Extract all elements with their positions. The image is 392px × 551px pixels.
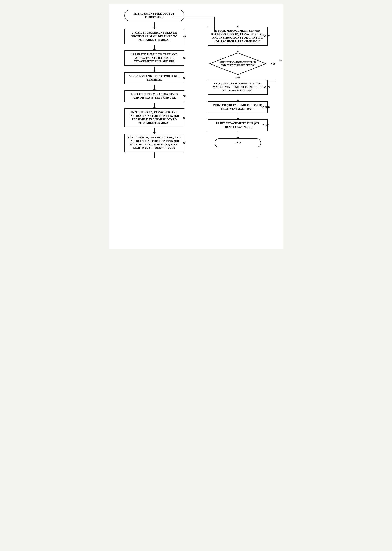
s5-wrapper: INPUT USER ID, PASSWORD, AND INSTRUCTION…: [124, 108, 184, 127]
arrow-s1-s2: [154, 45, 154, 50]
s5-node: INPUT USER ID, PASSWORD, AND INSTRUCTION…: [124, 108, 184, 127]
start-node-wrapper: ATTACHMENT FILE OUTPUT PROCESSING: [124, 10, 184, 21]
s11-wrapper: PRINT ATTACHMENT FILE (OR TRSMIT FACSIMI…: [208, 119, 268, 131]
s3-wrapper: SEND TEXT AND URL TO PORTABLE TERMINAL S…: [124, 72, 184, 84]
s4-wrapper: PORTABLE TERMINAL RECEIVES AND DISPLAYS …: [124, 90, 184, 102]
s1-label: E-MAIL MANAGEMENT SERVER RECEIVES E-MAIL…: [131, 31, 177, 41]
s6-label: SEND USER ID, PASSWORD, URL, AND INSTRUC…: [128, 136, 181, 150]
s8-step: ↗ S8: [270, 62, 275, 65]
s9-node: CONVERT ATTACHMENT FILE TO IMAGE DATA, S…: [208, 80, 268, 95]
arrow-s3-s4: [154, 85, 154, 89]
s9-wrapper: CONVERT ATTACHMENT FILE TO IMAGE DATA, S…: [208, 80, 268, 95]
s1-step: S1: [183, 35, 186, 38]
s2-label: SEPARATE E-MAIL TO TEXT AND ATTACHMENT F…: [131, 53, 177, 63]
s9-label: CONVERT ATTACHMENT FILE TO IMAGE DATA, S…: [212, 82, 264, 92]
right-column: E-MAIL MANAGEMENT SERVER RECEIVES USER I…: [196, 19, 280, 147]
s1-wrapper: E-MAIL MANAGEMENT SERVER RECEIVES E-MAIL…: [124, 29, 184, 44]
s7-step: ↗ S7: [263, 34, 270, 38]
s6-horiz-line: [154, 158, 256, 158]
s4-label: PORTABLE TERMINAL RECEIVES AND DISPLAYS …: [131, 93, 178, 99]
s7-node: E-MAIL MANAGEMENT SERVER RECEIVES USER I…: [208, 27, 268, 46]
start-node: ATTACHMENT FILE OUTPUT PROCESSING: [124, 10, 184, 21]
diagram-container: ATTACHMENT FILE OUTPUT PROCESSING E-MAIL…: [109, 4, 283, 249]
s5-step: S5: [183, 116, 186, 119]
s1-node: E-MAIL MANAGEMENT SERVER RECEIVES E-MAIL…: [124, 29, 184, 44]
top-horiz-connector: [173, 17, 215, 17]
s11-step: ↗ S11: [262, 123, 270, 127]
s9-step: ↗ S9: [263, 86, 270, 89]
s6-step: S6: [183, 141, 186, 145]
s11-node: PRINT ATTACHMENT FILE (OR TRSMIT FACSIMI…: [208, 119, 268, 131]
top-right-vertical: [214, 17, 215, 32]
s7-label: E-MAIL MANAGEMENT SERVER RECEIVES USER I…: [211, 29, 264, 43]
s10-label: PRINTER (OR FACSIMILE SERVER) RECEIVES I…: [213, 104, 262, 110]
s2-node: SEPARATE E-MAIL TO TEXT AND ATTACHMENT F…: [124, 51, 184, 66]
arrow-s7-s8: [238, 46, 238, 51]
arrow-s4-s5: [154, 103, 154, 108]
s3-node: SEND TEXT AND URL TO PORTABLE TERMINAL: [124, 72, 184, 84]
s4-node: PORTABLE TERMINAL RECEIVES AND DISPLAYS …: [124, 90, 184, 102]
s10-node: PRINTER (OR FACSIMILE SERVER) RECEIVES I…: [208, 101, 268, 113]
s7-wrapper: E-MAIL MANAGEMENT SERVER RECEIVES USER I…: [208, 27, 268, 46]
arrow-s11-end: [238, 132, 238, 138]
s8-wrapper: AUTHENTICATION OF USER ID AND PASSWORD S…: [209, 52, 267, 75]
s5-label: INPUT USER ID, PASSWORD, AND INSTRUCTION…: [129, 111, 179, 124]
end-node: END: [215, 138, 261, 147]
s2-step: S2: [183, 57, 186, 60]
s2-wrapper: SEPARATE E-MAIL TO TEXT AND ATTACHMENT F…: [124, 51, 184, 66]
s8-yes-label: ↓Yes: [235, 76, 240, 79]
left-column: ATTACHMENT FILE OUTPUT PROCESSING E-MAIL…: [113, 10, 196, 158]
arrow-s5-s6: [154, 128, 154, 133]
s10-wrapper: PRINTER (OR FACSIMILE SERVER) RECEIVES I…: [208, 101, 268, 113]
arrow-s9-s10: [238, 95, 238, 100]
bottom-connector-area: [124, 152, 184, 158]
arrow-start-s1: [154, 22, 154, 28]
end-node-wrapper: END: [215, 138, 261, 147]
arrow-top-s7: [238, 20, 238, 26]
s4-step: S4: [183, 94, 186, 98]
end-node-label: END: [235, 141, 241, 144]
s3-label: SEND TEXT AND URL TO PORTABLE TERMINAL: [129, 75, 180, 81]
s11-label: PRINT ATTACHMENT FILE (OR TRSMIT FACSIMI…: [216, 122, 259, 128]
no-horiz-line: [266, 81, 276, 81]
s8-text: AUTHENTICATION OF USER ID AND PASSWORD S…: [218, 61, 257, 67]
s3-step: S3: [183, 76, 186, 80]
diagram-wrapper: ATTACHMENT FILE OUTPUT PROCESSING E-MAIL…: [113, 10, 280, 158]
s6-bottom-line: [154, 152, 155, 158]
start-node-label: ATTACHMENT FILE OUTPUT PROCESSING: [134, 12, 175, 19]
s8-no-label: No: [279, 59, 282, 62]
s10-step: ↗ S10: [262, 105, 270, 109]
arrow-s10-s11: [238, 114, 238, 119]
s6-node: SEND USER ID, PASSWORD, URL, AND INSTRUC…: [124, 134, 184, 152]
s8-label: AUTHENTICATION OF USER ID AND PASSWORD S…: [219, 61, 256, 67]
s6-wrapper: SEND USER ID, PASSWORD, URL, AND INSTRUC…: [124, 134, 184, 152]
arrow-s2-s3: [154, 67, 154, 72]
